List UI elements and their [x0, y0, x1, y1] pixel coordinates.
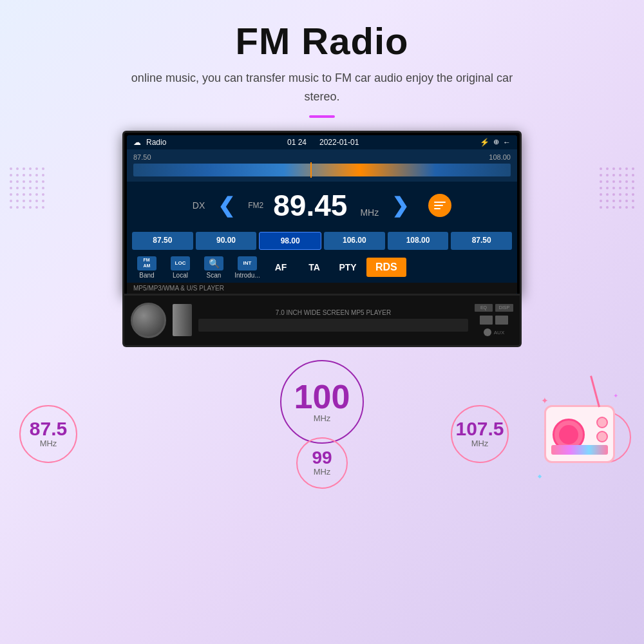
preset-btn-1[interactable]: 87.50: [132, 232, 193, 250]
status-bar: ☁ Radio 01 24 2022-01-01 ⚡ ⊕ ←: [127, 135, 517, 149]
preset-btn-4[interactable]: 106.00: [324, 232, 385, 250]
usb-port-1[interactable]: [480, 316, 493, 325]
freq-circle-99: 99 MHz: [296, 437, 348, 489]
radio-stripe: [551, 445, 608, 455]
intro-button[interactable]: INT Introdu...: [232, 256, 262, 279]
player-label: MP5/MP3/WMA & U/S PLAYER: [127, 283, 517, 294]
device-container: ☁ Radio 01 24 2022-01-01 ⚡ ⊕ ←: [122, 131, 522, 347]
dot-grid-left: [10, 167, 44, 209]
radio-speaker-inner: [559, 425, 578, 444]
preset-btn-2[interactable]: 90.00: [196, 232, 257, 250]
prev-freq-button[interactable]: ❮: [218, 193, 235, 218]
freq-indicators: 87.5 MHz 100 MHz 107.5 MHz 90 MHz 99 MHz…: [0, 354, 644, 495]
freq-bar-container: 87.50 108.00: [127, 149, 517, 182]
function-bar: FMAM Band LOC Local 🔍 Scan INT Introdu..…: [127, 252, 517, 283]
status-right: ⚡ ⊕ ←: [480, 138, 511, 147]
screen-display: ☁ Radio 01 24 2022-01-01 ⚡ ⊕ ←: [127, 135, 517, 294]
freq-circle-875: 87.5 MHz: [19, 405, 77, 463]
sparkle-icon-3: ◆: [538, 473, 542, 479]
eq-line-3: [434, 208, 440, 209]
unit-body: 7.0 INCH WIDE SCREEN MP5 PLAYER EQ DISP …: [122, 296, 522, 347]
freq-needle: [310, 162, 312, 178]
button-row: EQ DISP: [475, 304, 513, 312]
unit-model-label: 7.0 INCH WIDE SCREEN MP5 PLAYER: [198, 309, 468, 316]
freq-100-value: 100: [294, 380, 350, 413]
band-label: Band: [139, 272, 154, 279]
title-section: FM Radio online music, you can transfer …: [122, 0, 522, 124]
radio-knob-2: [596, 431, 608, 442]
freq-99-value: 99: [312, 449, 332, 467]
freq-1075-unit: MHz: [471, 439, 489, 448]
freq-main-display: DX ❮ FM2 89.45 MHz ❯: [127, 182, 517, 229]
freq-99-unit: MHz: [314, 467, 331, 477]
eq-lines: [434, 202, 446, 209]
volume-knob[interactable]: [131, 303, 166, 338]
local-icon: LOC: [171, 256, 190, 270]
sparkle-icon-1: ✦: [541, 395, 549, 406]
radio-antenna: [590, 375, 600, 407]
local-label: Local: [173, 272, 188, 279]
page-title: FM Radio: [122, 19, 522, 62]
aux-port[interactable]: [484, 328, 491, 336]
scan-button[interactable]: 🔍 Scan: [199, 256, 229, 279]
band-button[interactable]: FMAM Band: [132, 256, 162, 279]
intro-icon: INT: [238, 256, 257, 270]
wifi-icon: ⊕: [493, 138, 499, 146]
preset-bar: 87.50 90.00 98.00 106.00 108.00 87.50: [127, 229, 517, 252]
freq-high-label: 108.00: [489, 153, 511, 161]
page-container: FM Radio online music, you can transfer …: [0, 0, 644, 644]
unit-right-controls: EQ DISP AUX: [475, 304, 513, 336]
freq-circle-100: 100 MHz: [280, 360, 364, 444]
unit-middle: 7.0 INCH WIDE SCREEN MP5 PLAYER: [198, 309, 468, 332]
freq-bar-track[interactable]: [133, 164, 511, 176]
radio-knob-1: [596, 417, 608, 428]
cloud-icon: ☁: [133, 138, 141, 147]
aux-row: AUX: [484, 328, 504, 336]
preset-btn-5[interactable]: 108.00: [388, 232, 449, 250]
radio-body: [544, 405, 615, 463]
preset-btn-6[interactable]: 87.50: [451, 232, 512, 250]
local-button[interactable]: LOC Local: [166, 256, 195, 279]
freq-875-unit: MHz: [40, 439, 57, 448]
sparkle-icon-2: ✦: [613, 392, 618, 399]
rds-button[interactable]: RDS: [366, 258, 406, 277]
radio-label: Radio: [146, 138, 166, 147]
freq-unit-label: MHz: [360, 207, 379, 218]
freq-band-label: FM2: [248, 201, 263, 210]
time-display: 01 24: [287, 138, 307, 147]
intro-label: Introdu...: [234, 272, 260, 279]
disp-button[interactable]: DISP: [495, 304, 513, 312]
freq-low-label: 87.50: [133, 153, 151, 161]
freq-875-value: 87.5: [30, 419, 67, 439]
status-center: 01 24 2022-01-01: [287, 138, 359, 147]
freq-value-display: 89.45: [273, 188, 347, 223]
radio-controls: [596, 417, 608, 442]
freq-100-unit: MHz: [314, 413, 331, 423]
radio-illustration: ✦ ✦ ◆: [535, 392, 625, 482]
accent-line: [309, 115, 335, 118]
next-freq-button[interactable]: ❯: [392, 193, 409, 218]
band-icon: FMAM: [137, 256, 156, 270]
cd-slot: [198, 319, 468, 332]
screen-wrapper: ☁ Radio 01 24 2022-01-01 ⚡ ⊕ ←: [122, 131, 522, 296]
af-button[interactable]: AF: [266, 262, 296, 272]
eq-line-1: [434, 202, 446, 203]
pty-button[interactable]: PTY: [333, 262, 363, 272]
usb-row: [480, 316, 508, 325]
eq-button[interactable]: EQ: [475, 304, 493, 312]
preset-btn-3[interactable]: 98.00: [259, 232, 321, 250]
date-display: 2022-01-01: [319, 138, 359, 147]
aux-label: AUX: [494, 330, 504, 336]
eq-line-2: [434, 205, 443, 206]
freq-bar-labels: 87.50 108.00: [133, 153, 511, 161]
status-left: ☁ Radio: [133, 138, 166, 147]
eq-icon[interactable]: [428, 194, 451, 217]
back-icon[interactable]: ←: [503, 138, 511, 147]
ta-button[interactable]: TA: [299, 262, 329, 272]
page-subtitle: online music, you can transfer music to …: [122, 69, 522, 106]
usb-port-2[interactable]: [495, 316, 508, 325]
dot-grid-right: [600, 167, 634, 209]
freq-1075-value: 107.5: [455, 419, 504, 439]
freq-circle-1075: 107.5 MHz: [451, 405, 509, 463]
strip-left: [173, 304, 192, 336]
